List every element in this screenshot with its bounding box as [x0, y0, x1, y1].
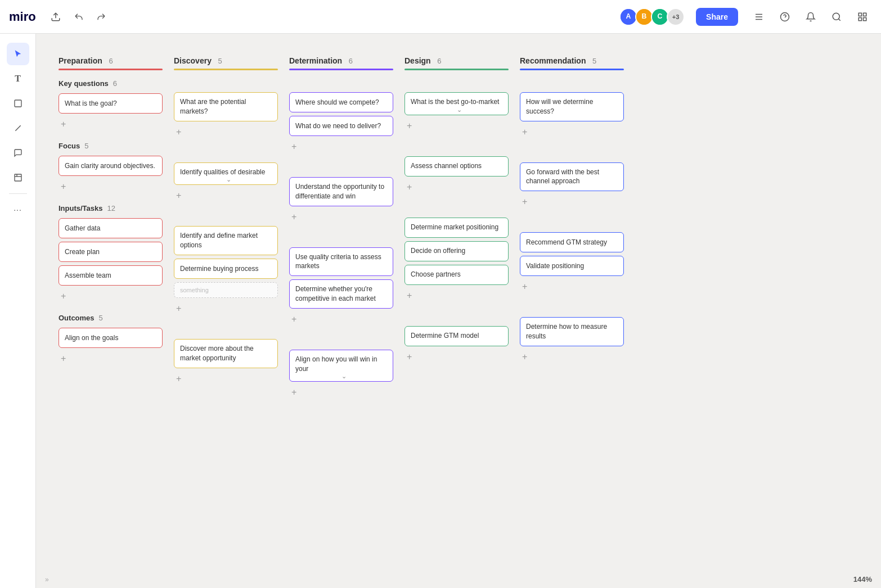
- svg-rect-16: [858, 17, 861, 20]
- card[interactable]: Where should we compete?: [289, 92, 393, 112]
- card[interactable]: Choose partners: [404, 265, 509, 285]
- help-icon[interactable]: [775, 8, 794, 25]
- logo: miro: [9, 10, 36, 24]
- card[interactable]: Gain clarity around objectives.: [59, 156, 163, 176]
- card-text: Validate positioning: [526, 261, 584, 271]
- card[interactable]: Validate positioning: [520, 256, 624, 276]
- undo-button[interactable]: [71, 9, 87, 25]
- section-recommendation-1: Go forward with the best channel approac…: [520, 150, 624, 209]
- add-card-button[interactable]: +: [289, 211, 299, 223]
- card[interactable]: Understand the opportunity to differenti…: [289, 177, 393, 206]
- settings-icon[interactable]: [749, 8, 768, 25]
- column-discovery: Discovery 5What are the potential market…: [174, 56, 278, 410]
- card[interactable]: What do we need to deliver?: [289, 116, 393, 136]
- add-card-button[interactable]: +: [59, 118, 68, 130]
- redo-button[interactable]: [93, 9, 109, 25]
- card[interactable]: Identify and define market options: [174, 226, 278, 255]
- add-card-button[interactable]: +: [174, 126, 183, 138]
- canvas: Preparation 6Key questions 6What is the …: [36, 34, 881, 588]
- card[interactable]: Recommend GTM strategy: [520, 232, 624, 252]
- board-menu-icon[interactable]: [853, 8, 872, 25]
- card[interactable]: Align on how you will win in your⌄: [289, 350, 393, 382]
- section-discovery-3: Discover more about the market opportuni…: [174, 326, 278, 385]
- line-tool[interactable]: [7, 117, 29, 139]
- add-card-button[interactable]: +: [59, 290, 68, 302]
- card[interactable]: Determine market positioning: [404, 218, 509, 238]
- text-tool[interactable]: T: [7, 67, 29, 90]
- frame-tool[interactable]: [7, 166, 29, 189]
- card-text: Recommend GTM strategy: [526, 238, 607, 247]
- card[interactable]: How will we determine success?: [520, 92, 624, 121]
- card[interactable]: What is the goal?: [59, 93, 163, 114]
- add-card-button[interactable]: +: [520, 281, 529, 293]
- svg-rect-20: [15, 174, 21, 181]
- svg-rect-18: [15, 100, 21, 107]
- card[interactable]: Assess channel options: [404, 156, 509, 177]
- add-card-button[interactable]: +: [404, 290, 414, 302]
- col-title-text: Determination: [289, 56, 342, 65]
- svg-point-12: [833, 13, 839, 20]
- add-card-button[interactable]: +: [289, 386, 299, 399]
- col-title-text: Recommendation: [520, 56, 586, 65]
- card[interactable]: Assemble team: [59, 265, 163, 286]
- add-card-button[interactable]: +: [174, 189, 183, 202]
- col-count: 6: [435, 57, 442, 65]
- add-card-button[interactable]: +: [289, 313, 299, 325]
- comment-tool[interactable]: [7, 142, 29, 164]
- column-title-design: Design 6: [404, 56, 509, 65]
- add-card-button[interactable]: +: [520, 126, 529, 138]
- card[interactable]: Use quality criteria to assess markets: [289, 247, 393, 277]
- column-title-preparation: Preparation 6: [59, 56, 163, 65]
- column-title-determination: Determination 6: [289, 56, 393, 65]
- add-card-button[interactable]: +: [59, 352, 68, 365]
- card[interactable]: Gather data: [59, 218, 163, 238]
- search-icon[interactable]: [827, 8, 846, 25]
- section-design-0: What is the best go-to-market⌄+: [404, 79, 509, 132]
- add-card-button[interactable]: +: [174, 373, 183, 385]
- section-spacer: [520, 219, 624, 232]
- cursor-tool[interactable]: [7, 43, 29, 65]
- card[interactable]: Determine GTM model: [404, 326, 509, 346]
- card[interactable]: Identify qualities of desirable⌄: [174, 162, 278, 186]
- section-determination-3: Align on how you will win in your⌄+: [289, 337, 393, 399]
- card-text: Go forward with the best channel approac…: [526, 168, 618, 187]
- card[interactable]: What is the best go-to-market⌄: [404, 92, 509, 115]
- svg-line-13: [838, 19, 840, 20]
- card[interactable]: Create plan: [59, 242, 163, 262]
- card[interactable]: Discover more about the market opportuni…: [174, 339, 278, 368]
- export-button[interactable]: [47, 8, 64, 25]
- notifications-icon[interactable]: [801, 8, 820, 25]
- add-card-button[interactable]: +: [289, 141, 299, 153]
- section-spacer: [289, 337, 393, 350]
- add-card-button[interactable]: +: [404, 120, 414, 132]
- add-card-button[interactable]: +: [174, 302, 183, 315]
- card-text: Determine GTM model: [411, 331, 479, 341]
- col-count: 6: [107, 57, 113, 65]
- add-card-button[interactable]: +: [404, 351, 414, 363]
- card[interactable]: Align on the goals: [59, 328, 163, 348]
- card-text: Use quality criteria to assess markets: [295, 252, 387, 272]
- add-card-button[interactable]: +: [59, 180, 68, 193]
- column-line-design: [404, 69, 509, 70]
- card[interactable]: Determine how to measure results: [520, 317, 624, 346]
- card[interactable]: Determine whether you're competitive in …: [289, 279, 393, 309]
- section-spacer: [404, 205, 509, 218]
- column-determination: Determination 6Where should we compete?W…: [289, 56, 393, 410]
- section-spacer: [174, 213, 278, 226]
- card-text: Gain clarity around objectives.: [65, 161, 155, 171]
- section-title-0: Key questions 6: [59, 79, 163, 88]
- share-button[interactable]: Share: [696, 8, 738, 26]
- card[interactable]: Go forward with the best channel approac…: [520, 162, 624, 192]
- card[interactable]: Determine buying process: [174, 259, 278, 279]
- svg-text:B: B: [642, 12, 647, 20]
- add-card-button[interactable]: +: [520, 196, 529, 208]
- card-text: What is the goal?: [65, 99, 117, 108]
- card[interactable]: Decide on offering: [404, 241, 509, 261]
- add-card-button[interactable]: +: [404, 181, 414, 193]
- card[interactable]: What are the potential markets?: [174, 92, 278, 121]
- sticky-tool[interactable]: [7, 92, 29, 115]
- add-card-button[interactable]: +: [520, 351, 529, 363]
- card-text: Identify qualities of desirable: [180, 168, 265, 177]
- more-tools[interactable]: ···: [7, 198, 29, 221]
- column-recommendation: Recommendation 5How will we determine su…: [520, 56, 624, 410]
